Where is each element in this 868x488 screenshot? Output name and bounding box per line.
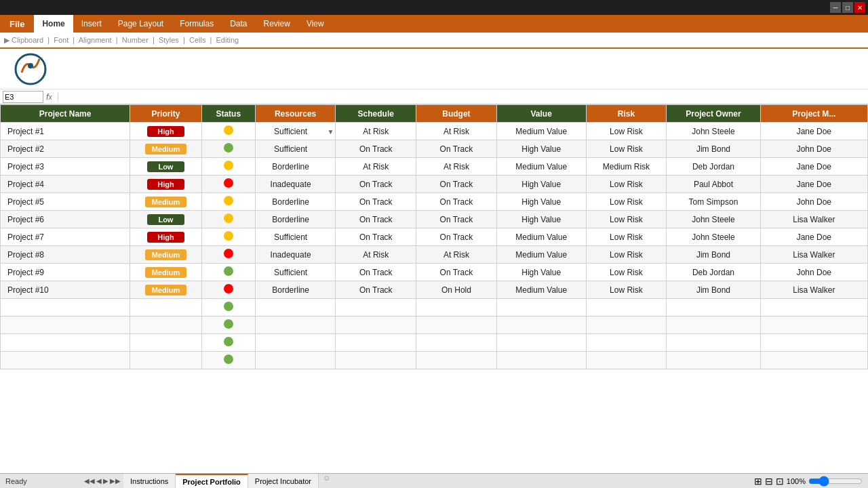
normal-view-icon[interactable]: ⊞ [754,476,762,487]
cell-owner[interactable]: John Steele [667,123,760,140]
cell-schedule[interactable]: On Track [336,140,416,158]
cell-owner[interactable]: John Steele [667,228,760,246]
cell-status[interactable] [201,193,255,211]
cell-schedule[interactable]: At Risk [336,158,416,176]
cell-resources[interactable]: Sufficient [255,228,336,246]
cell-owner[interactable]: Deb Jordan [667,264,760,281]
cell-project-name[interactable]: Project #8 [1,246,130,264]
cell-value[interactable]: High Value [496,211,586,228]
cell-value[interactable]: Medium Value [496,228,586,246]
cell-value[interactable]: Medium Value [496,158,586,176]
cell-value[interactable]: High Value [496,176,586,193]
cell-risk[interactable]: Low Risk [586,123,667,140]
cell-owner[interactable]: Paul Abbot [667,176,760,193]
cell-priority[interactable]: High [130,123,201,140]
close-button[interactable]: ✕ [854,2,865,13]
table-row[interactable]: Project #6 Low Borderline On Track On Tr… [1,211,868,228]
cell-owner[interactable]: Jim Bond [667,246,760,264]
cell-value[interactable]: High Value [496,140,586,158]
table-row[interactable]: Project #10 Medium Borderline On Track O… [1,281,868,299]
cell-manager[interactable]: Jane Doe [760,123,867,140]
tab-view[interactable]: View [298,15,332,33]
cell-schedule[interactable]: On Track [336,193,416,211]
tab-insert[interactable]: Insert [73,15,110,33]
cell-status[interactable] [201,123,255,140]
nav-next[interactable]: ▶ [103,477,108,485]
sheet-tab-instructions[interactable]: Instructions [123,474,176,488]
cell-schedule[interactable]: At Risk [336,246,416,264]
table-row[interactable]: Project #5 Medium Borderline On Track On… [1,193,868,211]
cell-value[interactable]: High Value [496,193,586,211]
cell-priority[interactable]: Medium [130,281,201,299]
table-row[interactable]: Project #7 High Sufficient On Track On T… [1,228,868,246]
cell-priority[interactable]: Low [130,158,201,176]
table-row[interactable]: Project #8 Medium Inadequate At Risk At … [1,246,868,264]
cell-status[interactable] [201,140,255,158]
cell-manager[interactable]: John Doe [760,264,867,281]
cell-risk[interactable]: Low Risk [586,246,667,264]
cell-project-name[interactable]: Project #5 [1,193,130,211]
tab-file[interactable]: File [0,15,34,33]
cell-status[interactable] [201,158,255,176]
cell-resources[interactable]: Borderline [255,158,336,176]
tab-page-layout[interactable]: Page Layout [110,15,172,33]
cell-resources[interactable]: Sufficient ▼ [255,123,336,140]
cell-priority[interactable]: Medium [130,246,201,264]
cell-manager[interactable]: Jane Doe [760,228,867,246]
cell-schedule[interactable]: On Track [336,264,416,281]
cell-project-name[interactable]: Project #6 [1,211,130,228]
cell-project-name[interactable]: Project #1 [1,123,130,140]
cell-project-name[interactable]: Project #2 [1,140,130,158]
nav-prev[interactable]: ◀ [96,477,102,485]
cell-budget[interactable]: At Risk [416,246,497,264]
tab-data[interactable]: Data [222,15,255,33]
tab-review[interactable]: Review [256,15,298,33]
cell-status[interactable] [201,176,255,193]
minimize-button[interactable]: ─ [830,2,841,13]
cell-risk[interactable]: Low Risk [586,140,667,158]
cell-value[interactable]: Medium Value [496,246,586,264]
cell-project-name[interactable]: Project #3 [1,158,130,176]
cell-risk[interactable]: Low Risk [586,193,667,211]
cell-budget[interactable]: On Track [416,140,497,158]
cell-status[interactable] [201,246,255,264]
cell-schedule[interactable]: On Track [336,281,416,299]
cell-budget[interactable]: At Risk [416,123,497,140]
table-row[interactable]: Project #2 Medium Sufficient On Track On… [1,140,868,158]
cell-project-name[interactable]: Project #4 [1,176,130,193]
table-row[interactable]: Project #1 High Sufficient ▼ At Risk At … [1,123,868,140]
sheet-nav-arrows[interactable]: ◀◀ ◀ ▶ ▶▶ [81,474,123,488]
name-box[interactable] [3,91,43,103]
cell-schedule[interactable]: At Risk [336,123,416,140]
cell-manager[interactable]: Lisa Walker [760,211,867,228]
window-controls[interactable]: ─ □ ✕ [830,2,865,13]
cell-owner[interactable]: John Steele [667,211,760,228]
cell-manager[interactable]: Jane Doe [760,158,867,176]
cell-value[interactable]: Medium Value [496,123,586,140]
nav-first[interactable]: ◀◀ [84,477,95,485]
cell-owner[interactable]: Deb Jordan [667,158,760,176]
cell-resources[interactable]: Sufficient [255,140,336,158]
cell-resources[interactable]: Borderline [255,281,336,299]
cell-project-name[interactable]: Project #9 [1,264,130,281]
cell-priority[interactable]: High [130,228,201,246]
zoom-slider[interactable] [808,476,863,487]
cell-risk[interactable]: Low Risk [586,228,667,246]
cell-budget[interactable]: On Track [416,211,497,228]
cell-status[interactable] [201,281,255,299]
cell-budget[interactable]: On Track [416,228,497,246]
cell-manager[interactable]: Lisa Walker [760,281,867,299]
cell-budget[interactable]: At Risk [416,158,497,176]
cell-resources[interactable]: Borderline [255,193,336,211]
cell-risk[interactable]: Medium Risk [586,158,667,176]
cell-budget[interactable]: On Track [416,176,497,193]
cell-status[interactable] [201,228,255,246]
cell-priority[interactable]: High [130,176,201,193]
cell-project-name[interactable]: Project #7 [1,228,130,246]
cell-resources[interactable]: Inadequate [255,176,336,193]
cell-schedule[interactable]: On Track [336,176,416,193]
table-row[interactable]: Project #4 High Inadequate On Track On T… [1,176,868,193]
cell-risk[interactable]: Low Risk [586,281,667,299]
nav-last[interactable]: ▶▶ [110,477,121,485]
cell-priority[interactable]: Low [130,211,201,228]
